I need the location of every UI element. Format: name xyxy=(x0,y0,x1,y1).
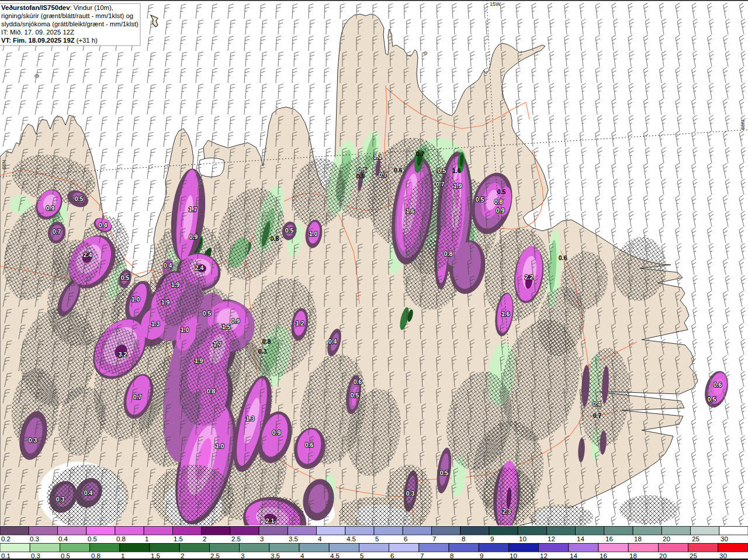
svg-text:12: 12 xyxy=(540,552,548,559)
svg-text:3.5: 3.5 xyxy=(289,535,298,542)
svg-text:6: 6 xyxy=(404,535,407,542)
svg-text:1.0: 1.0 xyxy=(309,230,318,237)
svg-text:14: 14 xyxy=(570,552,577,559)
svg-text:0.8: 0.8 xyxy=(444,250,453,257)
svg-text:5: 5 xyxy=(360,552,363,559)
svg-text:1: 1 xyxy=(145,535,148,542)
svg-text:20: 20 xyxy=(663,535,670,542)
svg-text:0.8: 0.8 xyxy=(262,338,271,345)
svg-text:3.5: 3.5 xyxy=(271,552,280,559)
svg-text:0.3: 0.3 xyxy=(30,535,39,542)
svg-text:0.3: 0.3 xyxy=(406,490,415,497)
svg-text:0.6: 0.6 xyxy=(714,381,722,388)
svg-text:0.7: 0.7 xyxy=(436,181,445,188)
svg-text:rigning/skúrir (grænt/blátt/ra: rigning/skúrir (grænt/blátt/rautt - mm/1… xyxy=(1,12,133,19)
svg-text:0.7: 0.7 xyxy=(53,228,61,235)
svg-text:1.9: 1.9 xyxy=(195,357,203,364)
svg-text:0.5: 0.5 xyxy=(497,188,506,195)
svg-text:0.7: 0.7 xyxy=(379,171,387,178)
svg-text:0.7: 0.7 xyxy=(416,150,425,157)
svg-text:0.5: 0.5 xyxy=(75,195,84,202)
svg-text:14: 14 xyxy=(577,535,584,542)
svg-text:18: 18 xyxy=(629,552,637,559)
svg-text:0.6: 0.6 xyxy=(354,378,362,385)
svg-text:16: 16 xyxy=(600,552,607,559)
svg-text:8: 8 xyxy=(462,535,465,542)
svg-text:0.9: 0.9 xyxy=(46,205,55,212)
svg-text:1.9: 1.9 xyxy=(453,182,462,189)
svg-text:0.1: 0.1 xyxy=(1,552,11,559)
svg-text:1.2: 1.2 xyxy=(296,320,304,327)
svg-text:4: 4 xyxy=(318,535,322,542)
svg-text:0.4: 0.4 xyxy=(58,535,68,542)
svg-text:0.9: 0.9 xyxy=(356,172,365,179)
svg-text:15W: 15W xyxy=(490,1,501,7)
svg-text:2.3: 2.3 xyxy=(503,508,511,515)
svg-text:2.5: 2.5 xyxy=(231,535,241,542)
svg-text:0.2: 0.2 xyxy=(1,535,11,542)
svg-text:3: 3 xyxy=(241,552,244,559)
svg-text:20: 20 xyxy=(659,552,667,559)
svg-text:7: 7 xyxy=(420,552,424,559)
svg-text:2.4: 2.4 xyxy=(84,251,92,258)
svg-text:0.8: 0.8 xyxy=(271,235,279,242)
svg-text:0.4: 0.4 xyxy=(593,400,601,407)
svg-text:0.4: 0.4 xyxy=(99,222,108,229)
svg-text:IT: Mið. 17. 09. 2025 12Z: IT: Mið. 17. 09. 2025 12Z xyxy=(1,29,74,36)
svg-text:10: 10 xyxy=(519,535,527,542)
svg-text:0.4: 0.4 xyxy=(328,338,337,345)
svg-text:0.9: 0.9 xyxy=(272,429,281,436)
svg-text:3: 3 xyxy=(260,535,264,542)
svg-text:0.6: 0.6 xyxy=(559,254,567,261)
svg-text:3.2: 3.2 xyxy=(119,351,127,358)
svg-text:12: 12 xyxy=(548,535,555,542)
svg-text:7: 7 xyxy=(432,535,436,542)
svg-text:16: 16 xyxy=(605,535,613,542)
svg-text:0.5: 0.5 xyxy=(438,167,446,174)
svg-text:0.6: 0.6 xyxy=(394,167,403,174)
svg-text:8: 8 xyxy=(450,552,453,559)
svg-text:5: 5 xyxy=(375,535,379,542)
svg-text:1.6: 1.6 xyxy=(452,167,461,174)
svg-text:1.9: 1.9 xyxy=(171,281,180,288)
svg-text:2.2: 2.2 xyxy=(525,274,534,281)
svg-text:2.5: 2.5 xyxy=(210,552,220,559)
svg-text:1.0: 1.0 xyxy=(181,326,189,333)
svg-text:0.5: 0.5 xyxy=(121,274,130,281)
svg-text:0.5: 0.5 xyxy=(476,196,484,203)
svg-text:6: 6 xyxy=(390,552,394,559)
svg-text:0.7: 0.7 xyxy=(133,393,142,400)
svg-text:2.1: 2.1 xyxy=(266,517,275,524)
svg-text:0.6: 0.6 xyxy=(305,441,314,448)
svg-text:1: 1 xyxy=(121,552,124,559)
svg-text:2: 2 xyxy=(181,552,184,559)
svg-text:0.3: 0.3 xyxy=(258,348,267,355)
svg-text:0.5: 0.5 xyxy=(88,535,97,542)
svg-text:0.4: 0.4 xyxy=(84,489,93,496)
svg-text:0.3: 0.3 xyxy=(56,496,65,503)
svg-text:1.9: 1.9 xyxy=(161,299,170,306)
svg-text:1.7: 1.7 xyxy=(189,206,198,213)
svg-text:1.5: 1.5 xyxy=(174,535,183,542)
svg-text:18: 18 xyxy=(634,535,642,542)
svg-text:1.0: 1.0 xyxy=(131,296,140,303)
svg-text:4: 4 xyxy=(300,552,304,559)
svg-text:25: 25 xyxy=(690,552,697,559)
svg-text:25: 25 xyxy=(692,535,699,542)
svg-text:9: 9 xyxy=(490,535,494,542)
svg-text:VT: Fim. 18.09.2025 19Z (+31 h: VT: Fim. 18.09.2025 19Z (+31 h) xyxy=(1,37,98,44)
svg-text:2: 2 xyxy=(203,535,206,542)
svg-text:4.5: 4.5 xyxy=(347,535,356,542)
svg-text:1.5: 1.5 xyxy=(151,552,160,559)
svg-text:0.9: 0.9 xyxy=(189,233,198,240)
svg-text:1.0: 1.0 xyxy=(216,443,224,450)
svg-text:0.5: 0.5 xyxy=(440,469,449,476)
svg-text:30: 30 xyxy=(721,535,728,542)
svg-text:0.3: 0.3 xyxy=(29,437,37,444)
svg-text:0.9: 0.9 xyxy=(496,207,505,214)
svg-text:4.5: 4.5 xyxy=(330,552,340,559)
svg-text:0.5: 0.5 xyxy=(708,396,716,403)
svg-text:0.4: 0.4 xyxy=(164,262,172,269)
svg-text:1.5: 1.5 xyxy=(222,323,231,330)
svg-text:0.8: 0.8 xyxy=(91,552,101,559)
